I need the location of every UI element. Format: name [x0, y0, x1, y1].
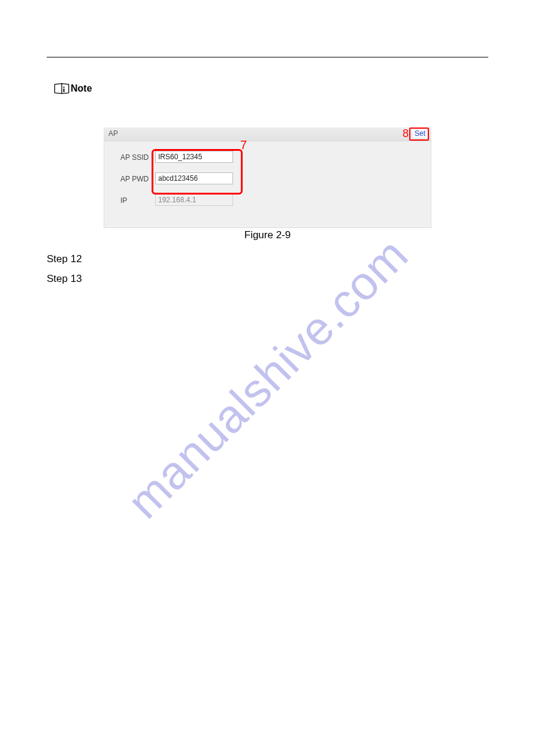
ap-panel-header: AP Set 8 — [104, 127, 431, 141]
row-ap-ssid: AP SSID — [104, 148, 431, 170]
ap-panel: AP Set 8 7 AP SSID AP PWD IP — [104, 127, 431, 228]
ap-pwd-label: AP PWD — [120, 175, 153, 183]
ap-panel-title: AP — [108, 129, 118, 138]
svg-rect-1 — [64, 89, 65, 92]
annotation-8: 8 — [403, 127, 409, 140]
set-button[interactable]: Set — [412, 129, 428, 138]
header-rule — [47, 57, 488, 57]
note-label: Note — [71, 83, 92, 94]
ap-ssid-label: AP SSID — [120, 153, 153, 162]
watermark: manualshive.com — [116, 227, 418, 529]
note-icon — [54, 83, 69, 95]
figure-caption: Figure 2-9 — [0, 229, 535, 241]
ap-ssid-input[interactable] — [155, 151, 233, 163]
step-13: Step 13 — [47, 273, 82, 285]
ip-label: IP — [120, 196, 153, 205]
note-block: Note — [54, 83, 92, 95]
row-ap-pwd: AP PWD — [104, 170, 431, 192]
ap-pwd-input[interactable] — [155, 172, 233, 184]
step-12: Step 12 — [47, 253, 82, 265]
svg-rect-0 — [64, 87, 65, 88]
row-ip: IP — [104, 192, 431, 213]
ip-input — [155, 194, 233, 206]
